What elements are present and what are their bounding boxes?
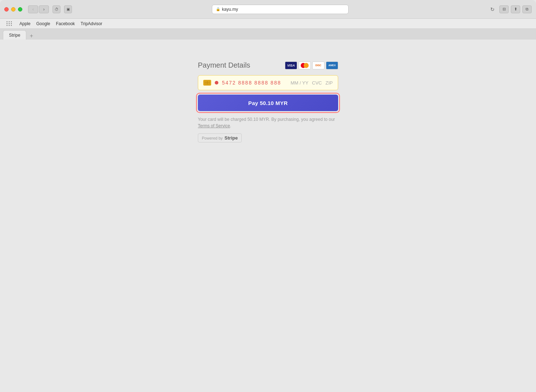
print-button[interactable]: ⊟ xyxy=(499,5,509,13)
forward-button[interactable]: › xyxy=(39,5,49,13)
card-placeholders: MM / YY CVC ZIP xyxy=(291,80,333,86)
payment-title: Payment Details xyxy=(198,61,250,69)
bookmarks-bar: Apple Google Facebook TripAdvisor xyxy=(0,19,536,29)
tab-label: Stripe xyxy=(9,33,20,38)
zip-placeholder[interactable]: ZIP xyxy=(326,80,333,86)
visa-icon: VISA xyxy=(285,61,297,69)
maximize-button[interactable] xyxy=(18,7,22,12)
new-tab-button[interactable]: + xyxy=(28,32,35,40)
address-bar[interactable]: 🔒 kayu.my xyxy=(212,5,349,14)
payment-container: Payment Details VISA DISC AMEX xyxy=(198,61,338,392)
card-error-indicator xyxy=(215,81,218,85)
grid-icon[interactable] xyxy=(6,20,13,27)
pay-button[interactable]: Pay 50.10 MYR xyxy=(198,95,338,111)
bookmark-tripadvisor[interactable]: TripAdvisor xyxy=(78,20,104,27)
page-content: Payment Details VISA DISC AMEX xyxy=(0,40,536,392)
card-input-wrapper[interactable]: 5472 8888 8888 888 MM / YY CVC ZIP xyxy=(198,75,338,90)
share-button[interactable]: ⬆ xyxy=(511,5,520,13)
reload-button[interactable]: ↻ xyxy=(489,5,496,13)
bookmark-apple[interactable]: Apple xyxy=(17,20,33,27)
history-button[interactable]: ⏱ xyxy=(53,5,60,13)
nav-buttons: ‹ › xyxy=(28,5,49,13)
traffic-lights xyxy=(4,7,22,12)
lock-icon: 🔒 xyxy=(216,7,220,11)
disclaimer: Your card will be charged 50.10 MYR. By … xyxy=(198,116,338,129)
minimize-button[interactable] xyxy=(11,7,15,12)
mastercard-icon xyxy=(299,61,311,69)
browser-actions: ⊟ ⬆ ⧉ xyxy=(499,5,532,13)
tab-stripe[interactable]: Stripe xyxy=(3,30,26,40)
card-icons: VISA DISC AMEX xyxy=(285,61,338,69)
url-text: kayu.my xyxy=(222,7,238,12)
browser-window: ‹ › ⏱ ▣ 🔒 kayu.my ↻ ⊟ ⬆ ⧉ Apple Goo xyxy=(0,0,536,392)
back-button[interactable]: ‹ xyxy=(28,5,38,13)
bookmark-facebook[interactable]: Facebook xyxy=(54,20,77,27)
browser-titlebar: ‹ › ⏱ ▣ 🔒 kayu.my ↻ ⊟ ⬆ ⧉ xyxy=(0,0,536,19)
tabs-view-button[interactable]: ▣ xyxy=(64,5,72,13)
bookmark-google[interactable]: Google xyxy=(34,20,53,27)
disclaimer-end: . xyxy=(230,123,231,128)
disclaimer-text: Your card will be charged 50.10 MYR. By … xyxy=(198,117,335,122)
amex-icon: AMEX xyxy=(326,61,338,69)
expiry-placeholder[interactable]: MM / YY xyxy=(291,80,309,86)
powered-by-text: Powered by xyxy=(202,136,223,140)
card-number-field[interactable]: 5472 8888 8888 888 xyxy=(222,80,287,86)
card-chip-icon xyxy=(203,80,211,86)
grid-dots xyxy=(6,21,12,26)
close-button[interactable] xyxy=(4,7,9,12)
cvc-placeholder[interactable]: CVC xyxy=(312,80,322,86)
discover-icon: DISC xyxy=(312,61,324,69)
powered-by-stripe: Powered by Stripe xyxy=(198,133,242,142)
addtab-button[interactable]: ⧉ xyxy=(522,5,532,13)
payment-header: Payment Details VISA DISC AMEX xyxy=(198,61,338,69)
pay-button-wrapper: Pay 50.10 MYR xyxy=(198,95,338,111)
chip-inner xyxy=(205,81,210,85)
terms-of-service-link[interactable]: Terms of Service xyxy=(198,123,230,128)
address-bar-wrap: 🔒 kayu.my xyxy=(75,5,486,14)
tab-bar: Stripe + xyxy=(0,29,536,40)
stripe-logo-text: Stripe xyxy=(224,135,238,141)
